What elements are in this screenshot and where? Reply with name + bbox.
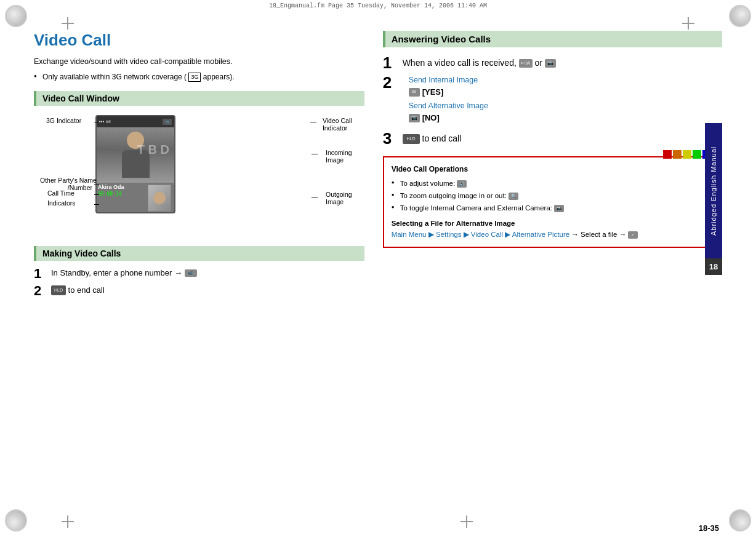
info-bullet-1: To adjust volume: 🔊 — [392, 178, 714, 189]
camera-toggle-icon: 📷 — [554, 205, 564, 212]
corner-decoration-tr — [720, 5, 751, 36]
video-call-window-header: Video Call Window — [34, 91, 364, 106]
caller-name: Akira Oda — [98, 184, 124, 190]
answering-step-2: 2 Send Internal Image ✉ [YES] Send Alter… — [383, 74, 722, 127]
video-call-window-section: Video Call Window ▪▪▪ ail 📹 — [34, 91, 364, 235]
answering-step-1: 1 When a video call is received, ↩/A or … — [383, 55, 722, 71]
network-icon: 3G — [188, 73, 201, 82]
answering-step-num-2: 2 — [383, 74, 399, 90]
side-tab: Abridged English Manual — [705, 123, 722, 258]
video-call-icon-1: 📹 — [185, 269, 197, 277]
phone-diagram: ▪▪▪ ail 📹 T B D Akira Oda 00: — [46, 112, 352, 235]
incoming-image-area: T B D — [97, 127, 174, 183]
label-indicators: Indicators — [47, 199, 76, 207]
select-icon: ✓ — [628, 231, 638, 239]
info-bullet-2: To zoom outgoing image in or out: 🔍 — [392, 190, 714, 201]
send-alternative-bracket: 📷 [NO] — [409, 112, 722, 124]
sq-orange — [673, 150, 682, 159]
selecting-title: Selecting a File for Alternative Image — [392, 220, 515, 227]
making-step-1: 1 In Standby, enter a phone number → 📹 — [34, 267, 364, 280]
making-step-2: 2 HLD to end call — [34, 284, 364, 298]
crosshair-top-right — [682, 17, 694, 30]
answering-video-calls-section: Answering Video Calls 1 When a video cal… — [383, 31, 722, 146]
video-call-indicator-icon: 📹 — [163, 119, 172, 125]
crosshair-bottom-center — [460, 515, 473, 528]
watermark: T B D — [137, 143, 169, 157]
step-content-2: HLD to end call — [51, 284, 364, 296]
label-3g-indicator: 3G Indicator — [46, 117, 81, 124]
send-internal-label: Send Internal Image — [409, 74, 722, 86]
answering-video-calls-header: Answering Video Calls — [383, 31, 722, 47]
answering-step-num-1: 1 — [383, 55, 399, 71]
page-number: 18-35 — [699, 523, 719, 533]
label-incoming-image: IncomingImage — [326, 149, 352, 164]
send-internal-sub: Send Internal Image ✉ [YES] — [409, 74, 722, 98]
answering-step-content-2: Send Internal Image ✉ [YES] Send Alterna… — [403, 74, 722, 127]
receive-icon-2: 📷 — [545, 59, 556, 68]
yes-icon: ✉ — [409, 88, 420, 97]
step-num-2: 2 — [34, 284, 47, 298]
end-call-icon-2: HLD — [403, 134, 420, 144]
chapter-badge: 18 — [705, 258, 722, 275]
sq-yellow — [683, 150, 691, 159]
file-info-text: 18_Engmanual.fm Page 35 Tuesday, Novembe… — [269, 2, 487, 9]
receive-icon-1: ↩/A — [519, 59, 533, 68]
sq-green — [693, 150, 701, 159]
zoom-icon: 🔍 — [509, 193, 518, 200]
answering-step-content-3: HLD to end call — [403, 130, 722, 145]
phone-screen: ▪▪▪ ail 📹 T B D Akira Oda 00: — [95, 115, 175, 213]
send-alternative-sub: Send Alternative Image 📷 [NO] — [409, 100, 722, 124]
volume-icon: 🔊 — [457, 180, 467, 188]
intro-bullet: Only available within 3G network coverag… — [34, 71, 364, 82]
crosshair-bottom-left — [62, 515, 74, 528]
info-box: Video Call Operations To adjust volume: … — [383, 156, 722, 248]
answering-step-3: 3 HLD to end call — [383, 130, 722, 146]
no-icon: 📷 — [409, 114, 420, 122]
label-call-time: Call Time — [47, 189, 74, 197]
corner-decoration-tl — [5, 5, 36, 36]
call-time-display: 00:00:14 — [98, 191, 122, 197]
info-bullet-3: To toggle Internal Camera and External C… — [392, 202, 714, 213]
corner-decoration-bl — [5, 509, 36, 540]
selecting-section: Selecting a File for Alternative Image M… — [392, 218, 714, 241]
answering-step-content-1: When a video call is received, ↩/A or 📷 — [403, 55, 722, 70]
page-title: Video Call — [34, 31, 364, 50]
sq-red — [663, 150, 672, 159]
left-column: Video Call Exchange video/sound with vid… — [34, 31, 364, 511]
info-box-title: Video Call Operations — [392, 164, 714, 175]
right-column: Answering Video Calls 1 When a video cal… — [383, 31, 722, 511]
step-content-1: In Standby, enter a phone number → 📹 — [51, 267, 364, 279]
crosshair-top-left — [62, 17, 74, 30]
intro-text-1: Exchange video/sound with video call-com… — [34, 56, 364, 68]
file-info-bar: 18_Engmanual.fm Page 35 Tuesday, Novembe… — [37, 2, 719, 9]
making-video-calls-section: Making Video Calls 1 In Standby, enter a… — [34, 246, 364, 298]
corner-decoration-br — [720, 509, 751, 540]
making-video-calls-header: Making Video Calls — [34, 246, 364, 261]
outgoing-strip: Akira Oda 00:00:14 — [97, 183, 174, 213]
send-internal-bracket: ✉ [YES] — [409, 86, 722, 98]
label-video-call-indicator: Video CallIndicator — [323, 117, 352, 132]
send-alternative-label: Send Alternative Image — [409, 100, 722, 112]
outgoing-thumb — [148, 185, 171, 212]
step-num-1: 1 — [34, 267, 47, 280]
end-call-icon: HLD — [51, 285, 66, 295]
signal-indicator: ▪▪▪ ail — [99, 119, 111, 124]
selecting-path: Main Menu ▶ Settings ▶ Video Call ▶ Alte… — [392, 231, 570, 238]
label-outgoing-image: OutgoingImage — [326, 191, 352, 205]
phone-status-bar: ▪▪▪ ail 📹 — [97, 116, 174, 127]
answering-step-num-3: 3 — [383, 130, 399, 146]
